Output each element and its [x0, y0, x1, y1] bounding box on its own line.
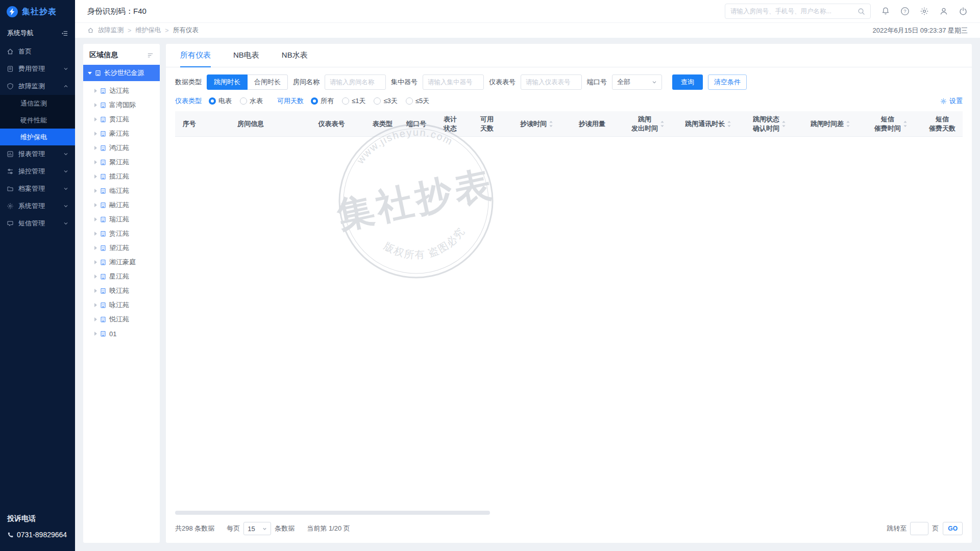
page-unit-label: 页: [932, 524, 939, 533]
concentrator-input[interactable]: [423, 74, 484, 90]
caret-right-icon[interactable]: [94, 103, 97, 107]
meter-type-radio-1[interactable]: 水表: [240, 96, 263, 106]
tree-node[interactable]: 望江苑: [83, 241, 160, 255]
tree-node[interactable]: 星江苑: [83, 269, 160, 284]
caret-right-icon[interactable]: [94, 274, 97, 279]
column-header-trip-comm-duration[interactable]: 跳闸通讯时长: [679, 111, 738, 137]
help-icon[interactable]: ?: [900, 7, 910, 16]
tree-node[interactable]: 赏江苑: [83, 227, 160, 241]
caret-right-icon[interactable]: [94, 146, 97, 150]
per-page-select[interactable]: 15: [243, 522, 271, 535]
sidebar-item-fee[interactable]: 费用管理: [0, 60, 75, 78]
area-sort-icon[interactable]: [147, 52, 154, 59]
tree-node[interactable]: 富湾国际: [83, 98, 160, 112]
tree-node[interactable]: 瑞江苑: [83, 212, 160, 227]
jump-page-input[interactable]: [910, 522, 928, 535]
avail-days-radio-3[interactable]: ≤5天: [406, 96, 429, 106]
tree-node[interactable]: 融江苑: [83, 198, 160, 212]
query-button[interactable]: 查询: [672, 74, 703, 90]
column-header-trip-send-time[interactable]: 跳闸 发出时间: [617, 111, 679, 137]
caret-right-icon[interactable]: [94, 132, 97, 136]
sidebar-subitem-comm-monitor[interactable]: 通信监测: [0, 95, 75, 112]
building-icon: [100, 102, 106, 108]
caret-right-icon[interactable]: [94, 203, 97, 207]
caret-right-icon[interactable]: [94, 232, 97, 236]
caret-right-icon[interactable]: [94, 217, 97, 221]
sidebar-item-home[interactable]: 首页: [0, 43, 75, 60]
search-input[interactable]: [730, 8, 857, 15]
horizontal-scrollbar-thumb[interactable]: [175, 511, 490, 515]
caret-right-icon[interactable]: [94, 246, 97, 250]
tree-node[interactable]: 聚江苑: [83, 155, 160, 169]
caret-right-icon[interactable]: [94, 174, 97, 179]
meter-no-input[interactable]: [521, 74, 582, 90]
home-icon[interactable]: [87, 27, 94, 34]
column-header-trip-confirm-time[interactable]: 跳闸状态 确认时间: [738, 111, 801, 137]
tree-node[interactable]: 咏江苑: [83, 298, 160, 312]
clear-filters-button[interactable]: 清空条件: [708, 74, 747, 90]
room-name-input[interactable]: [325, 74, 386, 90]
column-header-label: 可用 天数: [480, 115, 494, 133]
tree-node[interactable]: 映江苑: [83, 284, 160, 298]
meter-type-radio-0[interactable]: 电表: [209, 96, 232, 106]
caret-right-icon[interactable]: [94, 289, 97, 293]
tree-node[interactable]: 临江苑: [83, 184, 160, 198]
tree-node[interactable]: 鸿江苑: [83, 141, 160, 155]
breadcrumb-item[interactable]: 维护保电: [135, 26, 161, 35]
tree-node[interactable]: 揽江苑: [83, 169, 160, 184]
trip-duration-segment[interactable]: 跳闸时长: [207, 74, 248, 90]
complaint-phone-label: 投诉电话: [7, 514, 68, 523]
close-duration-segment[interactable]: 合闸时长: [247, 74, 288, 90]
user-profile-icon[interactable]: [939, 7, 948, 16]
tab-all-meters[interactable]: 所有仪表: [180, 44, 211, 67]
sidebar-item-archive[interactable]: 档案管理: [0, 180, 75, 197]
building-icon: [100, 273, 106, 280]
go-button[interactable]: GO: [943, 522, 963, 535]
tree-node[interactable]: 01: [83, 327, 160, 341]
caret-right-icon[interactable]: [94, 89, 97, 93]
sidebar-item-control[interactable]: 操控管理: [0, 163, 75, 180]
sidebar-nav: 首页费用管理故障监测通信监测硬件性能维护保电报表管理操控管理档案管理系统管理短信…: [0, 43, 75, 232]
caret-right-icon[interactable]: [94, 303, 97, 307]
caret-right-icon[interactable]: [94, 160, 97, 164]
column-settings-link[interactable]: 设置: [940, 96, 963, 106]
caret-right-icon[interactable]: [94, 260, 97, 264]
tree-node[interactable]: 湘江豪庭: [83, 255, 160, 269]
tree-node[interactable]: 悦江苑: [83, 312, 160, 327]
sidebar-item-fault[interactable]: 故障监测: [0, 78, 75, 95]
tree-node[interactable]: 达江苑: [83, 84, 160, 98]
tree-node[interactable]: 豪江苑: [83, 127, 160, 141]
building-icon: [100, 288, 106, 294]
sidebar-item-sms[interactable]: 短信管理: [0, 215, 75, 232]
breadcrumb-item[interactable]: 故障监测: [98, 26, 124, 35]
tab-nb-water[interactable]: NB水表: [282, 44, 308, 67]
breadcrumb-item[interactable]: 所有仪表: [173, 26, 199, 35]
caret-right-icon[interactable]: [94, 332, 97, 336]
column-header-sms-time[interactable]: 短信 催费时间: [860, 111, 922, 137]
app-logo[interactable]: 集社抄表: [0, 0, 75, 23]
sidebar-item-system[interactable]: 系统管理: [0, 197, 75, 215]
column-header-trip-time-diff[interactable]: 跳闸时间差: [801, 111, 860, 137]
caret-right-icon[interactable]: [94, 117, 97, 121]
caret-right-icon[interactable]: [94, 317, 97, 321]
port-select[interactable]: 全部: [612, 74, 662, 90]
menu-fold-icon[interactable]: [61, 30, 68, 37]
sidebar-subitem-hardware-perf[interactable]: 硬件性能: [0, 112, 75, 129]
column-header-read-time[interactable]: 抄读时间: [506, 111, 568, 137]
sidebar-item-report[interactable]: 报表管理: [0, 145, 75, 163]
notification-bell-icon[interactable]: [881, 7, 890, 16]
caret-right-icon[interactable]: [94, 189, 97, 193]
global-search[interactable]: [725, 4, 871, 19]
avail-days-radio-0[interactable]: 所有: [311, 96, 334, 106]
avail-days-radio-1[interactable]: ≤1天: [342, 96, 365, 106]
caret-down-icon[interactable]: [88, 72, 92, 74]
settings-gear-icon[interactable]: [920, 7, 929, 16]
search-icon[interactable]: [857, 8, 865, 15]
tab-nb-electric[interactable]: NB电表: [233, 44, 259, 67]
jump-to-label: 跳转至: [887, 524, 906, 533]
tree-node[interactable]: 贯江苑: [83, 112, 160, 127]
tree-node-root[interactable]: 长沙世纪金源: [83, 65, 160, 81]
avail-days-radio-2[interactable]: ≤3天: [374, 96, 397, 106]
logout-power-icon[interactable]: [959, 7, 968, 16]
sidebar-subitem-maintain-power[interactable]: 维护保电: [0, 129, 75, 145]
